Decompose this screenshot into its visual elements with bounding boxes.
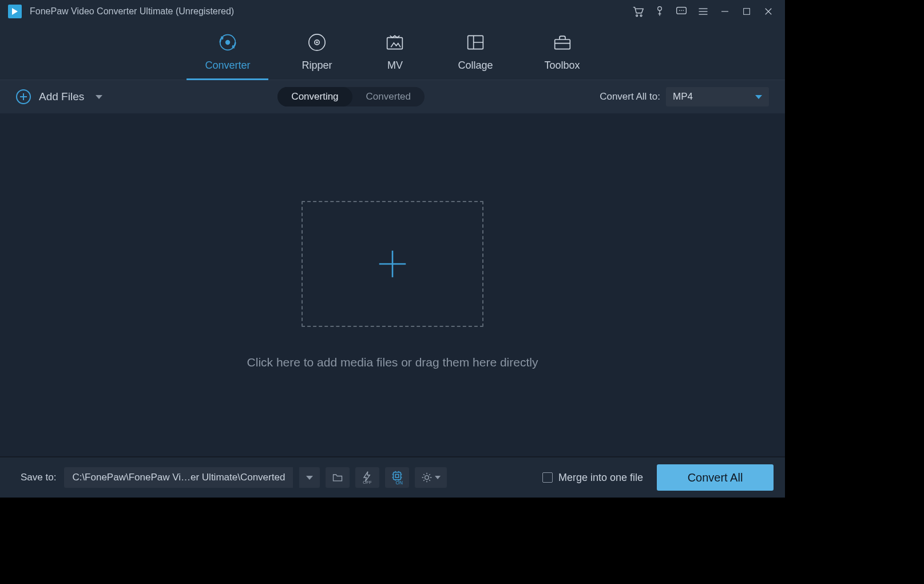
- output-format-value: MP4: [673, 91, 755, 102]
- cart-button[interactable]: [627, 0, 649, 23]
- mv-icon: [383, 31, 406, 54]
- tab-collage-label: Collage: [458, 60, 493, 72]
- menu-icon: [697, 6, 709, 17]
- maximize-icon: [742, 7, 751, 16]
- bottom-bar: Save to: C:\FonePaw\FonePaw Vi…er Ultima…: [0, 456, 785, 498]
- chevron-down-icon: [435, 476, 441, 479]
- add-files-label: Add Files: [39, 90, 84, 103]
- tab-ripper-label: Ripper: [302, 60, 332, 72]
- convert-all-to-label: Convert All to:: [600, 91, 660, 102]
- add-files-button[interactable]: Add Files: [16, 89, 102, 104]
- segment-converting[interactable]: Converting: [277, 87, 352, 106]
- tab-toolbox-label: Toolbox: [545, 60, 580, 72]
- close-button[interactable]: [758, 0, 779, 23]
- svg-point-6: [683, 10, 684, 11]
- title-bar: FonePaw Video Converter Ultimate (Unregi…: [0, 0, 785, 23]
- svg-rect-17: [394, 472, 401, 480]
- close-icon: [763, 6, 774, 17]
- gpu-accel-toggle[interactable]: ON: [385, 467, 409, 488]
- svg-point-0: [636, 15, 638, 17]
- app-window: FonePaw Video Converter Ultimate (Unregi…: [0, 0, 785, 498]
- maximize-button[interactable]: [736, 0, 758, 23]
- tab-collage[interactable]: Collage: [458, 31, 493, 80]
- app-logo-icon: [8, 5, 22, 18]
- register-button[interactable]: [649, 0, 671, 23]
- feedback-button[interactable]: [671, 0, 692, 23]
- plus-icon: [375, 246, 410, 282]
- minimize-button[interactable]: [714, 0, 736, 23]
- svg-text:ON: ON: [396, 480, 403, 485]
- save-to-path[interactable]: C:\FonePaw\FonePaw Vi…er Ultimate\Conver…: [64, 467, 293, 488]
- merge-label: Merge into one file: [558, 472, 643, 484]
- svg-point-2: [658, 7, 662, 11]
- task-settings-button[interactable]: [415, 467, 447, 488]
- add-media-dropzone[interactable]: [302, 201, 483, 327]
- tab-toolbox[interactable]: Toolbox: [545, 31, 580, 80]
- open-output-folder-button[interactable]: [326, 467, 350, 488]
- high-speed-toggle[interactable]: OFF: [355, 467, 379, 488]
- convert-all-to: Convert All to: MP4: [600, 87, 769, 106]
- converter-icon: [216, 31, 239, 54]
- folder-icon: [331, 472, 344, 483]
- toolbox-icon: [551, 31, 574, 54]
- disc-icon: [306, 31, 328, 54]
- dropzone-hint: Click here to add media files or drag th…: [247, 356, 538, 369]
- convert-all-button[interactable]: Convert All: [657, 464, 774, 491]
- tab-mv-label: MV: [387, 60, 403, 72]
- chevron-down-icon: [306, 476, 313, 480]
- svg-point-9: [225, 40, 230, 45]
- window-title: FonePaw Video Converter Ultimate (Unregi…: [30, 6, 234, 17]
- tab-mv[interactable]: MV: [383, 31, 406, 80]
- segment-converted[interactable]: Converted: [352, 87, 425, 106]
- tab-converter[interactable]: Converter: [205, 31, 250, 80]
- status-segment: Converting Converted: [277, 87, 425, 106]
- svg-point-12: [316, 41, 318, 43]
- save-to-dropdown[interactable]: [299, 467, 320, 488]
- svg-rect-15: [554, 40, 570, 49]
- plus-circle-icon: [16, 89, 31, 104]
- minimize-icon: [720, 6, 730, 17]
- chevron-down-icon: [755, 95, 762, 99]
- svg-point-5: [681, 10, 682, 11]
- svg-rect-18: [396, 474, 399, 478]
- menu-button[interactable]: [692, 0, 714, 23]
- cpu-icon: ON: [390, 470, 404, 485]
- collage-icon: [464, 31, 487, 54]
- tab-converter-label: Converter: [205, 60, 250, 72]
- tab-ripper[interactable]: Ripper: [302, 31, 332, 80]
- lightning-icon: OFF: [361, 471, 374, 484]
- key-icon: [654, 5, 665, 18]
- svg-point-4: [679, 10, 680, 11]
- main-area: Click here to add media files or drag th…: [0, 113, 785, 456]
- gear-icon: [421, 472, 433, 483]
- save-to-label: Save to:: [21, 472, 56, 483]
- output-format-select[interactable]: MP4: [666, 87, 769, 106]
- chevron-down-icon: [96, 95, 102, 99]
- svg-text:OFF: OFF: [363, 480, 372, 484]
- sub-toolbar: Add Files Converting Converted Convert A…: [0, 80, 785, 113]
- cart-icon: [632, 5, 644, 18]
- svg-point-1: [640, 15, 642, 17]
- module-tabs: Converter Ripper MV Collage Toolbox: [0, 23, 785, 80]
- svg-rect-7: [744, 9, 750, 15]
- speech-bubble-icon: [675, 6, 688, 17]
- merge-into-one-file-checkbox[interactable]: Merge into one file: [542, 472, 643, 484]
- checkbox-icon: [542, 472, 553, 483]
- svg-point-20: [425, 476, 429, 480]
